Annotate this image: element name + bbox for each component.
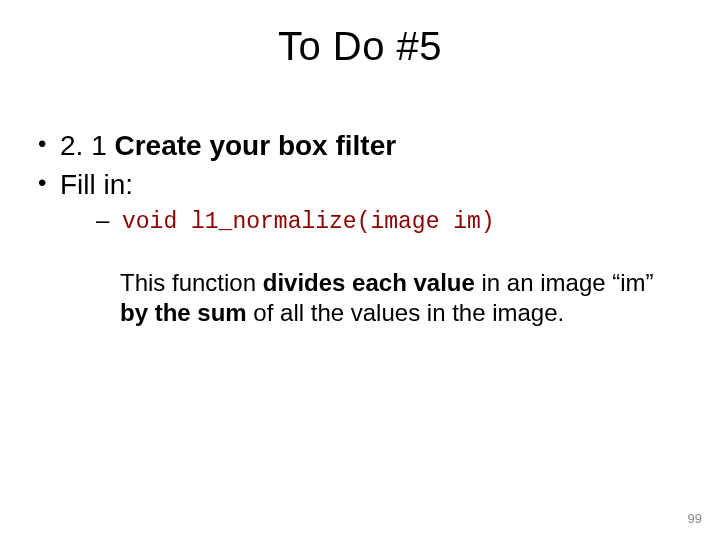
bullet-item-1: 2. 1 Create your box filter bbox=[34, 128, 680, 163]
para-t2-bold: divides each value bbox=[263, 269, 475, 296]
code-text: void l1_normalize(image im) bbox=[122, 209, 495, 235]
bullet-1-prefix: 2. 1 bbox=[60, 130, 114, 161]
sub-bullet-code: void l1_normalize(image im) bbox=[60, 204, 680, 238]
bullet-1-bold: Create your box filter bbox=[114, 130, 396, 161]
para-t5: of all the values in the image. bbox=[247, 299, 565, 326]
slide: To Do #5 2. 1 Create your box filter Fil… bbox=[0, 0, 720, 540]
para-t1: This function bbox=[120, 269, 263, 296]
bullet-item-2: Fill in: void l1_normalize(image im) Thi… bbox=[34, 167, 680, 328]
page-number: 99 bbox=[688, 511, 702, 526]
para-t3: in an image “im” bbox=[475, 269, 654, 296]
slide-body: 2. 1 Create your box filter Fill in: voi… bbox=[34, 128, 680, 332]
slide-title: To Do #5 bbox=[0, 24, 720, 69]
bullet-2-text: Fill in: bbox=[60, 169, 133, 200]
bullet-list: 2. 1 Create your box filter Fill in: voi… bbox=[34, 128, 680, 328]
para-t4-bold: by the sum bbox=[120, 299, 247, 326]
sub-bullet-list: void l1_normalize(image im) bbox=[60, 204, 680, 238]
description-paragraph: This function divides each value in an i… bbox=[60, 268, 680, 328]
